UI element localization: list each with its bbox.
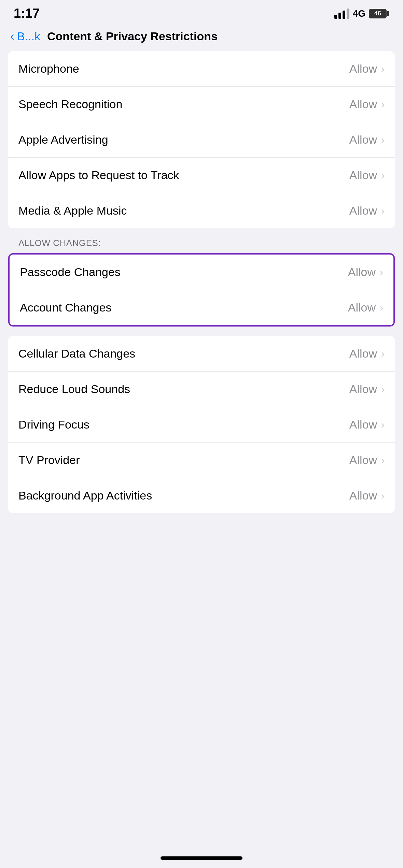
media-apple-music-label: Media & Apple Music: [18, 204, 127, 217]
background-app-activities-row[interactable]: Background App Activities Allow ›: [8, 478, 395, 513]
allow-apps-track-chevron-icon: ›: [381, 170, 385, 181]
media-apple-music-chevron-icon: ›: [381, 205, 385, 217]
back-label: B...k: [17, 30, 40, 43]
network-label: 4G: [353, 8, 365, 19]
back-button[interactable]: ‹ B...k: [10, 30, 40, 43]
nav-bar: ‹ B...k Content & Privacy Restrictions: [0, 24, 403, 50]
background-app-activities-value: Allow: [349, 489, 377, 502]
apple-advertising-value: Allow: [349, 133, 377, 146]
signal-bars-icon: [334, 9, 349, 19]
apple-advertising-label: Apple Advertising: [18, 133, 108, 146]
back-chevron-icon: ‹: [10, 30, 14, 43]
microphone-value: Allow: [349, 62, 377, 75]
reduce-loud-sounds-chevron-icon: ›: [381, 384, 385, 395]
account-changes-row[interactable]: Account Changes Allow ›: [10, 290, 393, 325]
microphone-chevron-icon: ›: [381, 63, 385, 75]
speech-recognition-chevron-icon: ›: [381, 99, 385, 110]
passcode-changes-chevron-icon: ›: [380, 266, 383, 278]
driving-focus-row[interactable]: Driving Focus Allow ›: [8, 407, 395, 443]
media-apple-music-value: Allow: [349, 204, 377, 217]
background-app-activities-chevron-icon: ›: [381, 490, 385, 502]
allow-apps-track-row[interactable]: Allow Apps to Request to Track Allow ›: [8, 158, 395, 193]
cellular-data-changes-chevron-icon: ›: [381, 348, 385, 360]
reduce-loud-sounds-row[interactable]: Reduce Loud Sounds Allow ›: [8, 372, 395, 407]
driving-focus-label: Driving Focus: [18, 418, 89, 431]
account-changes-value: Allow: [348, 301, 376, 314]
driving-focus-chevron-icon: ›: [381, 419, 385, 431]
allow-apps-track-label: Allow Apps to Request to Track: [18, 169, 179, 182]
tv-provider-chevron-icon: ›: [381, 454, 385, 466]
page-title: Content & Privacy Restrictions: [47, 30, 218, 43]
cellular-data-changes-value: Allow: [349, 347, 377, 360]
background-app-activities-label: Background App Activities: [18, 489, 152, 502]
battery-level: 46: [374, 10, 381, 17]
microphone-label: Microphone: [18, 62, 79, 75]
home-indicator: [161, 856, 242, 860]
reduce-loud-sounds-label: Reduce Loud Sounds: [18, 382, 130, 396]
apple-advertising-chevron-icon: ›: [381, 134, 385, 146]
cellular-data-changes-label: Cellular Data Changes: [18, 347, 135, 360]
account-changes-label: Account Changes: [20, 301, 111, 314]
allow-changes-header: Allow Changes:: [0, 238, 403, 253]
cellular-data-changes-row[interactable]: Cellular Data Changes Allow ›: [8, 336, 395, 372]
status-time: 1:17: [14, 6, 40, 21]
passcode-changes-value: Allow: [348, 265, 376, 279]
tv-provider-label: TV Provider: [18, 453, 80, 467]
driving-focus-value: Allow: [349, 418, 377, 431]
main-content: Microphone Allow › Speech Recognition Al…: [0, 50, 403, 513]
passcode-changes-label: Passcode Changes: [20, 265, 121, 279]
media-apple-music-row[interactable]: Media & Apple Music Allow ›: [8, 193, 395, 228]
battery-icon: 46: [369, 9, 389, 18]
reduce-loud-sounds-value: Allow: [349, 382, 377, 396]
account-changes-chevron-icon: ›: [380, 302, 383, 314]
speech-recognition-value: Allow: [349, 98, 377, 111]
passcode-changes-row[interactable]: Passcode Changes Allow ›: [10, 255, 393, 290]
status-bar: 1:17 4G 46: [0, 0, 403, 24]
allow-apps-track-value: Allow: [349, 169, 377, 182]
tv-provider-row[interactable]: TV Provider Allow ›: [8, 443, 395, 478]
tv-provider-value: Allow: [349, 453, 377, 467]
speech-recognition-label: Speech Recognition: [18, 98, 122, 111]
microphone-row[interactable]: Microphone Allow ›: [8, 51, 395, 87]
speech-recognition-row[interactable]: Speech Recognition Allow ›: [8, 87, 395, 122]
status-icons: 4G 46: [334, 8, 389, 19]
highlighted-section: Passcode Changes Allow › Account Changes…: [8, 253, 395, 327]
privacy-section: Microphone Allow › Speech Recognition Al…: [8, 51, 395, 228]
apple-advertising-row[interactable]: Apple Advertising Allow ›: [8, 122, 395, 158]
allow-changes-section: Cellular Data Changes Allow › Reduce Lou…: [8, 336, 395, 513]
